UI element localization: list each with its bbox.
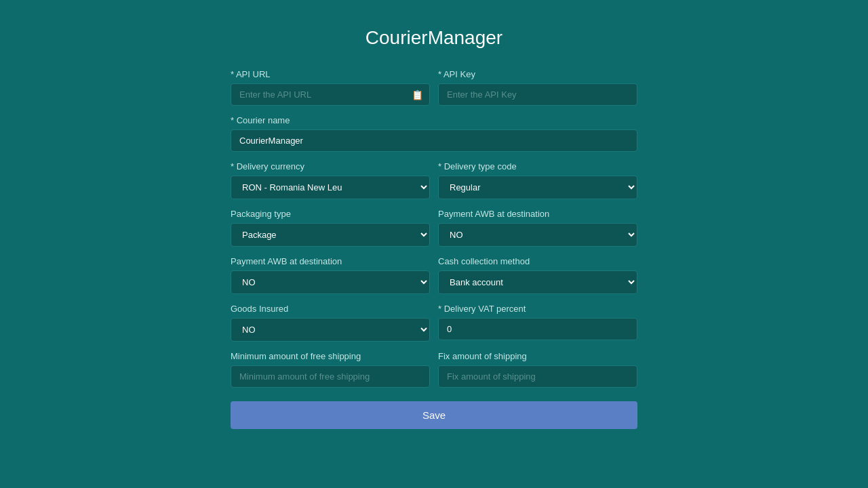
- delivery-currency-label: * Delivery currency: [231, 161, 430, 171]
- delivery-type-code-label: * Delivery type code: [438, 161, 637, 171]
- packaging-type-select[interactable]: Package: [231, 223, 430, 247]
- save-button[interactable]: Save: [231, 401, 637, 429]
- col-delivery-currency: * Delivery currency RON - Romania New Le…: [231, 161, 430, 199]
- col-payment-awb-dest2: Payment AWB at destination NO YES: [231, 256, 430, 294]
- payment-awb-dest-label: Payment AWB at destination: [438, 209, 637, 219]
- col-fix-amount-shipping: Fix amount of shipping: [438, 351, 637, 388]
- api-url-input-wrapper: 📋: [231, 83, 430, 106]
- row-currency-type: * Delivery currency RON - Romania New Le…: [231, 161, 637, 199]
- payment-awb-dest-select[interactable]: NO YES: [438, 223, 637, 247]
- row-goods-vat: Goods Insured NO YES * Delivery VAT perc…: [231, 304, 637, 342]
- col-goods-insured: Goods Insured NO YES: [231, 304, 430, 342]
- delivery-vat-input[interactable]: [438, 318, 637, 340]
- col-delivery-vat: * Delivery VAT percent: [438, 304, 637, 342]
- row-courier-name: * Courier name: [231, 115, 637, 152]
- goods-insured-select[interactable]: NO YES: [231, 318, 430, 342]
- goods-insured-label: Goods Insured: [231, 304, 430, 314]
- col-delivery-type-code: * Delivery type code Regular: [438, 161, 637, 199]
- col-packaging-type: Packaging type Package: [231, 209, 430, 247]
- api-key-input[interactable]: [438, 83, 637, 106]
- payment-awb-dest2-select[interactable]: NO YES: [231, 270, 430, 294]
- api-url-label: * API URL: [231, 69, 430, 79]
- payment-awb-dest2-label: Payment AWB at destination: [231, 256, 430, 266]
- main-container: CourierManager * API URL 📋 * API Key * C…: [217, 14, 651, 452]
- cash-collection-select[interactable]: Bank account Cash: [438, 270, 637, 294]
- col-courier-name: * Courier name: [231, 115, 637, 152]
- fix-amount-shipping-input[interactable]: [438, 365, 637, 388]
- row-api: * API URL 📋 * API Key: [231, 69, 637, 106]
- col-api-key: * API Key: [438, 69, 637, 106]
- col-save: Save: [231, 397, 637, 429]
- col-payment-awb-dest: Payment AWB at destination NO YES: [438, 209, 637, 247]
- courier-name-label: * Courier name: [231, 115, 637, 125]
- fix-amount-shipping-label: Fix amount of shipping: [438, 351, 637, 361]
- min-free-shipping-input[interactable]: [231, 365, 430, 388]
- api-key-label: * API Key: [438, 69, 637, 79]
- page-title: CourierManager: [231, 27, 637, 49]
- row-save: Save: [231, 397, 637, 429]
- col-api-url: * API URL 📋: [231, 69, 430, 106]
- cash-collection-label: Cash collection method: [438, 256, 637, 266]
- delivery-type-code-select[interactable]: Regular: [438, 176, 637, 199]
- courier-name-input[interactable]: [231, 129, 637, 152]
- min-free-shipping-label: Minimum amount of free shipping: [231, 351, 430, 361]
- form-card: * API URL 📋 * API Key * Courier name * D…: [231, 69, 637, 429]
- col-min-free-shipping: Minimum amount of free shipping: [231, 351, 430, 388]
- delivery-vat-label: * Delivery VAT percent: [438, 304, 637, 314]
- row-shipping-amounts: Minimum amount of free shipping Fix amou…: [231, 351, 637, 388]
- api-url-input[interactable]: [231, 83, 430, 106]
- row-payment2-cash: Payment AWB at destination NO YES Cash c…: [231, 256, 637, 294]
- row-packaging-payment: Packaging type Package Payment AWB at de…: [231, 209, 637, 247]
- col-cash-collection: Cash collection method Bank account Cash: [438, 256, 637, 294]
- packaging-type-label: Packaging type: [231, 209, 430, 219]
- delivery-currency-select[interactable]: RON - Romania New Leu: [231, 176, 430, 199]
